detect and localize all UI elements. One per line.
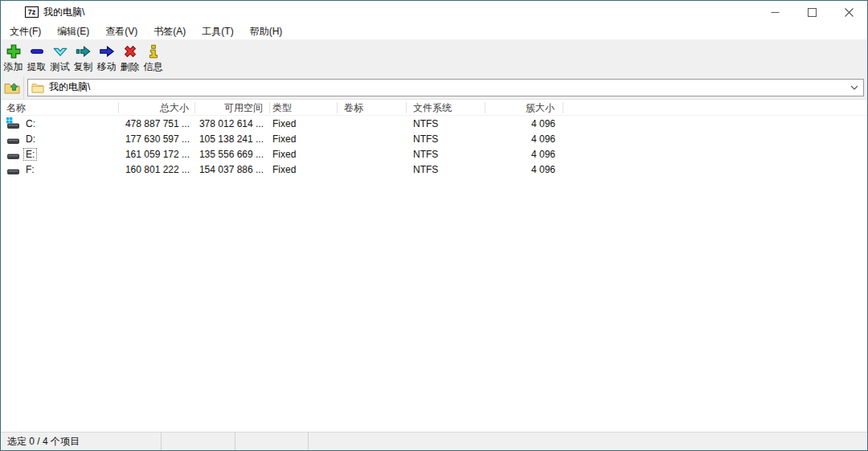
up-one-level-button[interactable] xyxy=(1,76,24,99)
menu-help[interactable]: 帮助(H) xyxy=(242,23,291,39)
file-list: 名称 总大小 可用空间 类型 卷标 文件系统 簇大小 C: 478 887 75… xyxy=(1,100,867,432)
address-path: 我的电脑\ xyxy=(49,80,847,94)
selection-status: 选定 0 / 4 个项目 xyxy=(1,433,162,450)
column-header-file-system[interactable]: 文件系统 xyxy=(407,102,485,113)
column-header-free-space[interactable]: 可用空间 xyxy=(195,102,270,113)
info-button[interactable]: 信息 xyxy=(141,41,165,72)
toolbar: 添加 提取 测试 复制 移动 xyxy=(1,39,867,76)
test-icon xyxy=(51,42,69,61)
total-size-cell: 177 630 597 ... xyxy=(119,133,195,145)
menu-view[interactable]: 查看(V) xyxy=(97,23,145,39)
address-bar: 我的电脑\ xyxy=(1,76,867,100)
drive-icon xyxy=(6,148,20,160)
type-cell: Fixed xyxy=(270,164,338,175)
folder-icon xyxy=(31,82,44,93)
add-icon xyxy=(5,42,23,61)
cluster-size-cell: 4 096 xyxy=(485,149,563,160)
cluster-size-cell: 4 096 xyxy=(485,118,563,129)
table-row[interactable]: D: 177 630 597 ... 105 138 241 ... Fixed… xyxy=(1,131,867,146)
delete-button[interactable]: 删除 xyxy=(118,41,141,72)
drive-name: E: xyxy=(23,148,37,161)
folder-up-icon xyxy=(4,80,20,95)
window-title: 我的电脑\ xyxy=(43,6,84,19)
file-system-cell: NTFS xyxy=(407,164,485,175)
type-cell: Fixed xyxy=(270,149,338,160)
drive-icon xyxy=(6,133,20,145)
file-system-cell: NTFS xyxy=(407,118,485,129)
total-size-cell: 160 801 222 ... xyxy=(119,164,195,175)
title-bar: 7z 我的电脑\ xyxy=(1,1,867,23)
table-row[interactable]: C: 478 887 751 ... 378 012 614 ... Fixed… xyxy=(1,116,867,131)
table-row[interactable]: E: 161 059 172 ... 135 556 669 ... Fixed… xyxy=(1,146,867,162)
add-button[interactable]: 添加 xyxy=(2,41,25,72)
test-button[interactable]: 测试 xyxy=(48,41,72,72)
minimize-icon xyxy=(771,8,780,17)
column-header-total-size[interactable]: 总大小 xyxy=(119,102,195,113)
maximize-icon xyxy=(808,8,817,17)
app-window: 7z 我的电脑\ 文件(F) 编辑(E) 查看(V) 书签(A) 工具(T) 帮… xyxy=(0,0,868,451)
move-button[interactable]: 移动 xyxy=(95,41,118,72)
address-combobox[interactable]: 我的电脑\ xyxy=(27,79,864,96)
column-header-label[interactable]: 卷标 xyxy=(338,102,407,113)
app-icon: 7z xyxy=(25,6,39,18)
drive-name: C: xyxy=(23,117,38,130)
delete-icon xyxy=(121,42,139,61)
extract-button[interactable]: 提取 xyxy=(25,41,48,72)
drive-name: F: xyxy=(23,163,37,176)
column-header-cluster-size[interactable]: 簇大小 xyxy=(485,102,563,113)
type-cell: Fixed xyxy=(270,118,338,129)
menu-tools[interactable]: 工具(T) xyxy=(194,23,241,39)
list-header: 名称 总大小 可用空间 类型 卷标 文件系统 簇大小 xyxy=(1,100,867,116)
drive-icon xyxy=(6,163,20,175)
menu-bookmarks[interactable]: 书签(A) xyxy=(145,23,194,39)
column-header-name[interactable]: 名称 xyxy=(1,102,119,113)
move-icon xyxy=(98,42,116,61)
table-row[interactable]: F: 160 801 222 ... 154 037 886 ... Fixed… xyxy=(1,162,867,177)
drive-name: D: xyxy=(23,133,38,146)
info-icon xyxy=(145,42,162,61)
menu-bar: 文件(F) 编辑(E) 查看(V) 书签(A) 工具(T) 帮助(H) xyxy=(1,23,867,39)
close-button[interactable] xyxy=(830,1,867,23)
free-space-cell: 135 556 669 ... xyxy=(195,149,270,160)
column-header-type[interactable]: 类型 xyxy=(270,102,338,113)
extract-icon xyxy=(28,42,46,61)
file-system-cell: NTFS xyxy=(407,133,485,145)
file-system-cell: NTFS xyxy=(407,149,485,160)
close-icon xyxy=(845,8,854,17)
chevron-down-icon[interactable] xyxy=(847,85,862,90)
window-controls xyxy=(756,1,867,23)
status-pane xyxy=(162,433,235,450)
cluster-size-cell: 4 096 xyxy=(485,133,563,145)
maximize-button[interactable] xyxy=(793,1,830,23)
cluster-size-cell: 4 096 xyxy=(485,164,563,175)
total-size-cell: 161 059 172 ... xyxy=(119,149,195,160)
type-cell: Fixed xyxy=(270,133,338,145)
copy-button[interactable]: 复制 xyxy=(72,41,95,72)
free-space-cell: 105 138 241 ... xyxy=(195,133,270,145)
copy-icon xyxy=(75,42,92,61)
system-drive-icon xyxy=(6,117,20,129)
menu-file[interactable]: 文件(F) xyxy=(2,23,49,39)
total-size-cell: 478 887 751 ... xyxy=(119,118,195,129)
free-space-cell: 154 037 886 ... xyxy=(195,164,270,175)
status-bar: 选定 0 / 4 个项目 xyxy=(1,432,867,450)
status-pane xyxy=(235,433,309,450)
menu-edit[interactable]: 编辑(E) xyxy=(49,23,97,39)
free-space-cell: 378 012 614 ... xyxy=(195,118,270,129)
status-pane xyxy=(309,433,867,450)
minimize-button[interactable] xyxy=(756,1,793,23)
